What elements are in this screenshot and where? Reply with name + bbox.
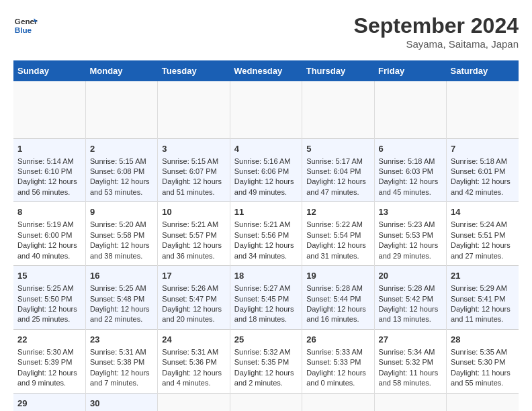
cal-cell: 4Sunrise: 5:16 AMSunset: 6:06 PMDaylight… (230, 138, 302, 202)
cal-cell: 14Sunrise: 5:24 AMSunset: 5:51 PMDayligh… (447, 202, 519, 266)
cal-cell: 9Sunrise: 5:20 AMSunset: 5:58 PMDaylight… (85, 202, 157, 266)
day-number: 22 (17, 334, 81, 346)
day-number: 20 (379, 270, 442, 282)
cal-cell: 5Sunrise: 5:17 AMSunset: 6:04 PMDaylight… (302, 138, 374, 202)
week-row-5: 29Sunrise: 5:35 AMSunset: 5:29 PMDayligh… (13, 393, 519, 411)
cal-cell: 7Sunrise: 5:18 AMSunset: 6:01 PMDaylight… (447, 138, 519, 202)
cal-cell: 3Sunrise: 5:15 AMSunset: 6:07 PMDaylight… (158, 138, 230, 202)
logo-icon: General Blue (13, 13, 38, 38)
day-number: 27 (379, 334, 442, 346)
day-number: 16 (90, 270, 153, 282)
cal-cell: 16Sunrise: 5:25 AMSunset: 5:48 PMDayligh… (85, 266, 157, 330)
week-row-1: 1Sunrise: 5:14 AMSunset: 6:10 PMDaylight… (13, 138, 519, 202)
cal-cell (302, 393, 374, 411)
cal-cell (230, 393, 302, 411)
day-number: 28 (451, 334, 515, 346)
day-number: 4 (234, 143, 298, 155)
col-header-wednesday: Wednesday (230, 60, 302, 81)
calendar-table: SundayMondayTuesdayWednesdayThursdayFrid… (13, 60, 519, 411)
cal-cell (158, 393, 230, 411)
cal-cell: 24Sunrise: 5:31 AMSunset: 5:36 PMDayligh… (158, 329, 230, 393)
cal-cell (447, 81, 519, 138)
day-number: 6 (379, 143, 442, 155)
cal-cell: 23Sunrise: 5:31 AMSunset: 5:38 PMDayligh… (85, 329, 157, 393)
day-number: 10 (162, 206, 225, 218)
cal-cell: 2Sunrise: 5:15 AMSunset: 6:08 PMDaylight… (85, 138, 157, 202)
cal-cell: 26Sunrise: 5:33 AMSunset: 5:33 PMDayligh… (302, 329, 374, 393)
day-number: 3 (162, 143, 225, 155)
cal-cell (447, 393, 519, 411)
cal-cell: 27Sunrise: 5:34 AMSunset: 5:32 PMDayligh… (374, 329, 446, 393)
day-number: 14 (451, 206, 515, 218)
col-header-saturday: Saturday (447, 60, 519, 81)
cal-cell (85, 81, 157, 138)
day-number: 2 (90, 143, 153, 155)
day-number: 8 (17, 206, 81, 218)
cal-cell (302, 81, 374, 138)
svg-text:Blue: Blue (15, 26, 32, 34)
cal-cell (158, 81, 230, 138)
cal-cell (374, 81, 446, 138)
col-header-thursday: Thursday (302, 60, 374, 81)
cal-cell: 28Sunrise: 5:35 AMSunset: 5:30 PMDayligh… (447, 329, 519, 393)
week-row-2: 8Sunrise: 5:19 AMSunset: 6:00 PMDaylight… (13, 202, 519, 266)
cal-cell (13, 81, 85, 138)
cal-cell (230, 81, 302, 138)
logo: General Blue (13, 13, 38, 38)
col-header-friday: Friday (374, 60, 446, 81)
day-number: 24 (162, 334, 225, 346)
day-number: 9 (90, 206, 153, 218)
col-header-sunday: Sunday (13, 60, 85, 81)
cal-cell: 10Sunrise: 5:21 AMSunset: 5:57 PMDayligh… (158, 202, 230, 266)
week-row-3: 15Sunrise: 5:25 AMSunset: 5:50 PMDayligh… (13, 266, 519, 330)
col-header-monday: Monday (85, 60, 157, 81)
day-number: 30 (90, 398, 153, 410)
day-number: 26 (306, 334, 369, 346)
page-header: General Blue September 2024 Sayama, Sait… (13, 13, 519, 50)
day-number: 13 (379, 206, 442, 218)
day-number: 19 (306, 270, 369, 282)
day-number: 29 (17, 398, 81, 410)
week-row-0 (13, 81, 519, 138)
week-row-4: 22Sunrise: 5:30 AMSunset: 5:39 PMDayligh… (13, 329, 519, 393)
day-number: 1 (17, 143, 81, 155)
cal-cell: 19Sunrise: 5:28 AMSunset: 5:44 PMDayligh… (302, 266, 374, 330)
cal-cell: 11Sunrise: 5:21 AMSunset: 5:56 PMDayligh… (230, 202, 302, 266)
header-row: SundayMondayTuesdayWednesdayThursdayFrid… (13, 60, 519, 81)
day-number: 17 (162, 270, 225, 282)
day-number: 11 (234, 206, 298, 218)
cal-cell: 1Sunrise: 5:14 AMSunset: 6:10 PMDaylight… (13, 138, 85, 202)
location-subtitle: Sayama, Saitama, Japan (354, 38, 519, 50)
day-number: 18 (234, 270, 298, 282)
cal-cell: 8Sunrise: 5:19 AMSunset: 6:00 PMDaylight… (13, 202, 85, 266)
cal-cell: 20Sunrise: 5:28 AMSunset: 5:42 PMDayligh… (374, 266, 446, 330)
col-header-tuesday: Tuesday (158, 60, 230, 81)
day-number: 15 (17, 270, 81, 282)
cal-cell: 15Sunrise: 5:25 AMSunset: 5:50 PMDayligh… (13, 266, 85, 330)
cal-cell: 22Sunrise: 5:30 AMSunset: 5:39 PMDayligh… (13, 329, 85, 393)
cal-cell: 17Sunrise: 5:26 AMSunset: 5:47 PMDayligh… (158, 266, 230, 330)
cal-cell: 30Sunrise: 5:36 AMSunset: 5:28 PMDayligh… (85, 393, 157, 411)
cal-cell: 6Sunrise: 5:18 AMSunset: 6:03 PMDaylight… (374, 138, 446, 202)
cal-cell: 13Sunrise: 5:23 AMSunset: 5:53 PMDayligh… (374, 202, 446, 266)
day-number: 21 (451, 270, 515, 282)
title-block: September 2024 Sayama, Saitama, Japan (354, 13, 519, 50)
cal-cell: 21Sunrise: 5:29 AMSunset: 5:41 PMDayligh… (447, 266, 519, 330)
month-title: September 2024 (354, 13, 519, 38)
day-number: 12 (306, 206, 369, 218)
day-number: 23 (90, 334, 153, 346)
day-number: 7 (451, 143, 515, 155)
cal-cell: 12Sunrise: 5:22 AMSunset: 5:54 PMDayligh… (302, 202, 374, 266)
day-number: 25 (234, 334, 298, 346)
day-number: 5 (306, 143, 369, 155)
cal-cell: 18Sunrise: 5:27 AMSunset: 5:45 PMDayligh… (230, 266, 302, 330)
cal-cell: 29Sunrise: 5:35 AMSunset: 5:29 PMDayligh… (13, 393, 85, 411)
cal-cell (374, 393, 446, 411)
cal-cell: 25Sunrise: 5:32 AMSunset: 5:35 PMDayligh… (230, 329, 302, 393)
